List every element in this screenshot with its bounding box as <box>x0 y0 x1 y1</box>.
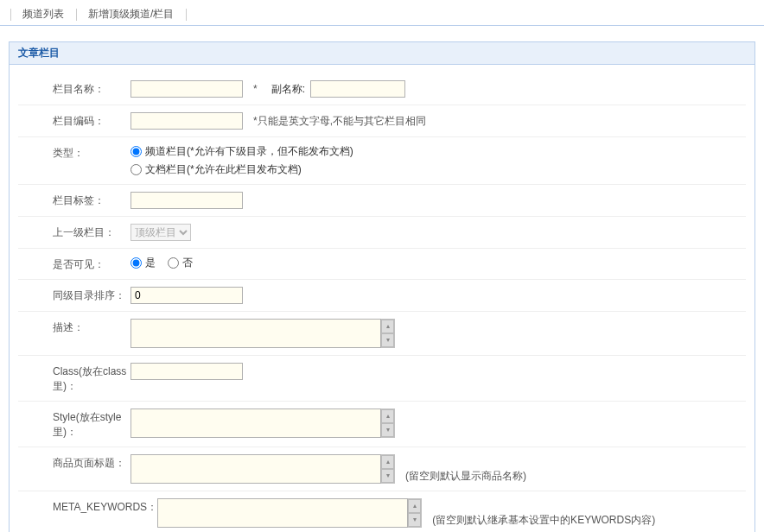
visible-radio-yes[interactable] <box>131 257 142 269</box>
label-visible: 是否可见： <box>18 256 131 272</box>
tab-separator <box>76 9 77 21</box>
note-code: *只能是英文字母,不能与其它栏目相同 <box>253 114 426 129</box>
visible-option-no[interactable]: 否 <box>168 256 193 270</box>
name-required-mark: * <box>253 83 258 95</box>
label-name: 栏目名称： <box>18 80 131 97</box>
label-style: Style(放在style里)： <box>18 408 131 440</box>
row-desc: 描述： ▴ ▾ <box>18 312 746 356</box>
type-option-channel[interactable]: 频道栏目(*允许有下级目录，但不能发布文档) <box>131 144 353 159</box>
pagetitle-textarea[interactable] <box>131 454 381 484</box>
type-label-channel: 频道栏目(*允许有下级目录，但不能发布文档) <box>145 144 353 159</box>
type-radio-doc[interactable] <box>131 164 142 175</box>
form: 栏目名称： * 副名称: 栏目编码： *只能是英文字母,不能与其它栏目相同 类型… <box>9 65 755 532</box>
tab-bar: 频道列表 新增顶级频道/栏目 <box>0 0 764 26</box>
scroll-up-icon[interactable]: ▴ <box>381 320 394 333</box>
scrollbar[interactable]: ▴ ▾ <box>381 319 395 348</box>
label-tags: 栏目标签： <box>18 192 131 208</box>
scroll-up-icon[interactable]: ▴ <box>381 455 394 469</box>
style-textarea[interactable] <box>131 408 381 438</box>
row-style: Style(放在style里)： ▴ ▾ <box>18 402 746 447</box>
scroll-up-icon[interactable]: ▴ <box>408 499 421 513</box>
label-type: 类型： <box>18 144 131 161</box>
tab-separator <box>10 9 11 21</box>
scrollbar[interactable]: ▴ ▾ <box>381 454 395 484</box>
class-input[interactable] <box>131 363 243 380</box>
tags-input[interactable] <box>131 192 243 209</box>
type-radio-channel[interactable] <box>131 146 142 157</box>
parent-select[interactable]: 顶级栏目 <box>131 224 191 241</box>
tab-channel-list[interactable]: 频道列表 <box>16 3 71 25</box>
label-pagetitle: 商品页面标题： <box>18 454 131 471</box>
visible-option-yes[interactable]: 是 <box>131 256 156 270</box>
name-input[interactable] <box>131 80 243 98</box>
row-code: 栏目编码： *只能是英文字母,不能与其它栏目相同 <box>18 105 746 137</box>
label-keywords: META_KEYWORDS： <box>18 498 157 515</box>
scroll-down-icon[interactable]: ▾ <box>381 333 394 347</box>
visible-label-yes: 是 <box>145 256 156 270</box>
scroll-down-icon[interactable]: ▾ <box>381 469 394 483</box>
row-order: 同级目录排序： <box>18 280 746 312</box>
row-class: Class(放在class里)： <box>18 356 746 402</box>
tab-separator <box>186 9 187 21</box>
row-keywords: META_KEYWORDS： ▴ ▾ (留空则默认继承基本设置中的KEYWORD… <box>18 491 746 532</box>
row-tags: 栏目标签： <box>18 185 746 217</box>
row-pagetitle: 商品页面标题： ▴ ▾ (留空则默认显示商品名称) <box>18 447 746 491</box>
label-order: 同级目录排序： <box>18 287 131 303</box>
label-parent: 上一级栏目： <box>18 224 131 240</box>
scrollbar[interactable]: ▴ ▾ <box>408 498 422 528</box>
row-parent: 上一级栏目： 顶级栏目 <box>18 217 746 249</box>
desc-textarea[interactable] <box>131 319 381 348</box>
label-subname: 副名称: <box>271 82 305 97</box>
scroll-down-icon[interactable]: ▾ <box>408 513 421 527</box>
keywords-textarea[interactable] <box>157 498 408 528</box>
code-input[interactable] <box>131 112 243 130</box>
type-option-doc[interactable]: 文档栏目(*允许在此栏目发布文档) <box>131 162 353 177</box>
label-code: 栏目编码： <box>18 112 131 129</box>
scroll-down-icon[interactable]: ▾ <box>381 423 394 437</box>
type-label-doc: 文档栏目(*允许在此栏目发布文档) <box>145 162 302 177</box>
subname-input[interactable] <box>310 80 405 98</box>
row-visible: 是否可见： 是 否 <box>18 249 746 280</box>
note-keywords: (留空则默认继承基本设置中的KEYWORDS内容) <box>432 513 655 528</box>
tab-add-channel[interactable]: 新增顶级频道/栏目 <box>81 3 181 25</box>
order-input[interactable] <box>131 287 243 304</box>
note-pagetitle: (留空则默认显示商品名称) <box>405 469 526 484</box>
label-desc: 描述： <box>18 319 131 335</box>
visible-label-no: 否 <box>182 256 193 270</box>
label-class: Class(放在class里)： <box>18 363 131 394</box>
section-title: 文章栏目 <box>9 41 755 65</box>
scrollbar[interactable]: ▴ ▾ <box>381 408 395 438</box>
row-type: 类型： 频道栏目(*允许有下级目录，但不能发布文档) 文档栏目(*允许在此栏目发… <box>18 137 746 185</box>
row-name: 栏目名称： * 副名称: <box>18 73 746 105</box>
scroll-up-icon[interactable]: ▴ <box>381 409 394 423</box>
visible-radio-no[interactable] <box>168 257 179 269</box>
